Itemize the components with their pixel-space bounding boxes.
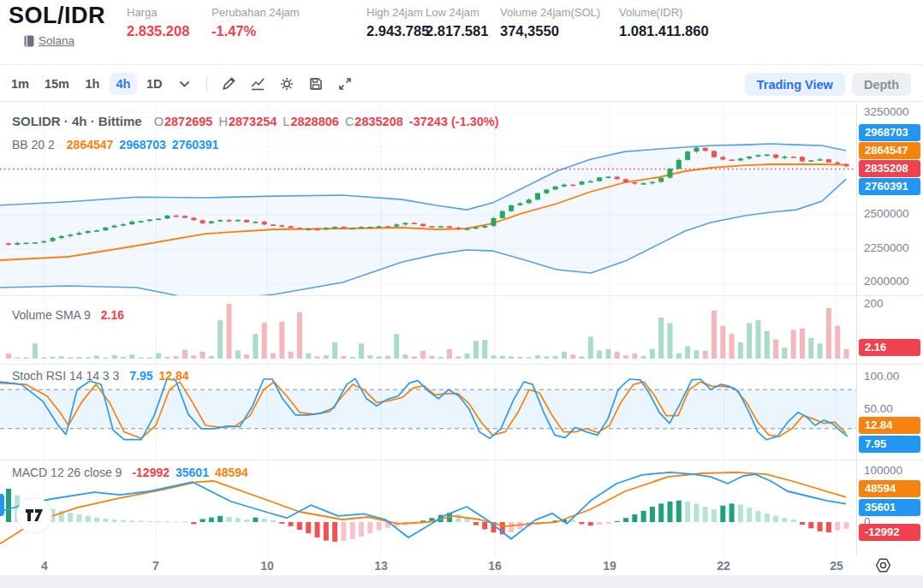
timeframe-dropdown-button[interactable] [172, 73, 198, 95]
axis-badge: 2760391 [859, 178, 920, 195]
timeframe-button-15m[interactable]: 15m [39, 73, 75, 95]
stat-volume-idr-: Volume(IDR)1.081.411.860 [619, 6, 709, 39]
market-link[interactable]: Solana [39, 34, 74, 47]
legend-part: 2760391 [172, 138, 219, 151]
time-tick-16: 16 [482, 559, 508, 573]
line-chart-button[interactable] [245, 73, 271, 95]
legend-part: 7.95 [129, 369, 152, 383]
timeframe-button-4h[interactable]: 4h [110, 73, 137, 95]
legend-part: 2873254 [229, 115, 277, 128]
trading-page: SOL/IDR Solana Harga2.835.208Perubahan 2… [0, 0, 923, 588]
axis-tick: 200 [864, 297, 884, 310]
book-icon [24, 35, 34, 47]
stoch-legend: Stoch RSI 14 14 3 37.9512.84 [12, 369, 195, 383]
stat-value: 2.943.785 [366, 23, 429, 39]
legend-part: 2.16 [101, 308, 124, 322]
time-tick-25: 25 [824, 559, 849, 573]
legend-part: 2864547 [67, 138, 114, 151]
axis-tick: 2000000 [864, 275, 909, 288]
draw-pencil-icon [220, 75, 237, 92]
time-tick-13: 13 [368, 559, 394, 573]
stat-harga: Harga2.835.208 [127, 6, 189, 39]
gear-button[interactable] [274, 73, 300, 95]
market-header: SOL/IDR Solana Harga2.835.208Perubahan 2… [0, 0, 923, 65]
legend-part: O [154, 115, 164, 128]
pane-separator-volume[interactable] [0, 295, 923, 296]
legend-part: Volume SMA 9 [12, 308, 91, 322]
stat-label: Harga [127, 6, 189, 19]
stat-label: Volume 24jam(SOL) [500, 6, 600, 19]
legend-part: -37243 (-1.30%) [409, 115, 499, 128]
axis-tick: 3250000 [864, 105, 909, 118]
legend-part: H [218, 115, 227, 128]
legend-part: 35601 [176, 466, 209, 479]
volume-pane [6, 304, 849, 359]
legend-part: -12992 [132, 466, 170, 479]
time-axis-settings-button[interactable] [875, 557, 891, 577]
axis-tick: 2500000 [864, 207, 909, 220]
legend-part: 12.84 [159, 369, 189, 383]
axis-badge: 2.16 [859, 339, 920, 356]
stat-value: 1.081.411.860 [619, 23, 709, 39]
gear-icon [278, 75, 295, 92]
timeframe-button-1d[interactable]: 1D [140, 73, 169, 95]
time-axis[interactable]: 47101316192225 [0, 556, 923, 575]
axis-tick: 50.00 [864, 402, 893, 415]
save-button[interactable] [303, 73, 329, 95]
time-tick-4: 4 [32, 559, 57, 573]
legend-part: 2828806 [290, 115, 338, 128]
price-axis[interactable]: 3250000250000022500002000000296870328645… [857, 103, 923, 575]
fullscreen-button[interactable] [332, 73, 358, 95]
chart-canvas[interactable] [0, 103, 856, 556]
bottom-strip [0, 575, 923, 588]
axis-badge: 12.84 [859, 417, 920, 434]
timeframe-button-1h[interactable]: 1h [79, 73, 106, 95]
legend-part: SOLIDR · 4h · Bittime [12, 114, 142, 128]
macd-pane [0, 472, 849, 543]
stat-label: Volume(IDR) [619, 6, 709, 19]
clipped-axis-badge [0, 494, 4, 516]
axis-tick: 100.00 [864, 370, 899, 383]
legend-part: 2968703 [119, 138, 166, 151]
pane-separator-macd[interactable] [0, 460, 923, 460]
stat-label: Perubahan 24jam [211, 6, 300, 19]
pane-separator-stoch[interactable] [0, 364, 923, 365]
axis-badge: 2968703 [859, 124, 920, 141]
legend-part: BB 20 2 [12, 138, 55, 151]
save-icon [307, 75, 325, 92]
stat-value: -1.47% [211, 23, 300, 39]
hex-gear-icon [875, 557, 891, 573]
time-tick-22: 22 [711, 559, 736, 573]
timeframe-group: 1m15m1h4h1D [5, 73, 358, 95]
legend-part: Stoch RSI 14 14 3 3 [12, 369, 119, 383]
stat-value: 2.817.581 [426, 23, 488, 39]
timeframe-button-1m[interactable]: 1m [5, 73, 35, 95]
bb-legend: BB 20 2286454729687032760391 [12, 138, 224, 151]
axis-badge: -12992 [859, 524, 920, 541]
legend-part: C [345, 115, 354, 128]
tab-trading-view[interactable]: Trading View [745, 73, 845, 96]
main-pane [0, 144, 856, 301]
stat-label: High 24jam [366, 6, 429, 19]
time-tick-19: 19 [597, 559, 622, 573]
stat-value: 374,3550 [500, 23, 600, 39]
draw-pencil-button[interactable] [216, 73, 241, 95]
tab-depth[interactable]: Depth [852, 73, 911, 96]
axis-badge: 48594 [859, 480, 920, 497]
view-tabs: Trading ViewDepth [745, 73, 911, 96]
chart-area[interactable]: SOLIDR · 4h · BittimeO2872695H2873254L28… [0, 103, 923, 575]
legend-part: 2835208 [354, 115, 402, 128]
time-tick-7: 7 [143, 559, 169, 573]
caret-down-icon [180, 81, 189, 87]
stat-high-24jam: High 24jam2.943.785 [366, 6, 429, 39]
tradingview-logo[interactable] [17, 498, 51, 532]
fullscreen-icon [336, 75, 354, 92]
axis-badge: 2835208 [859, 160, 920, 177]
market-row[interactable]: Solana [24, 34, 74, 47]
pair-title: SOL/IDR [9, 3, 105, 29]
legend-part: L [283, 115, 289, 128]
axis-tick: 2250000 [864, 241, 909, 254]
legend-part: 48594 [215, 466, 248, 479]
stat-low-24jam: Low 24jam2.817.581 [426, 6, 488, 39]
volume-legend: Volume SMA 92.16 [12, 308, 130, 322]
